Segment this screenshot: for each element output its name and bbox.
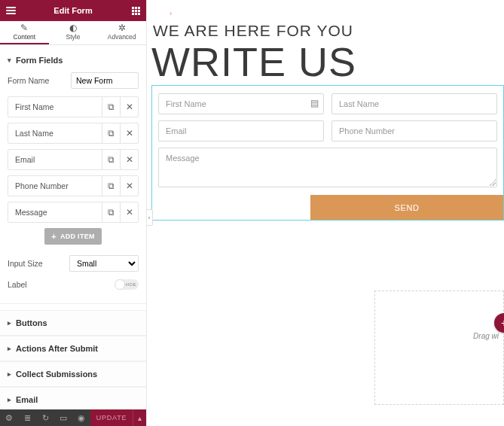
gear-icon: ✲ — [118, 23, 126, 32]
contrast-icon: ◐ — [69, 23, 77, 32]
message-field[interactable]: Message — [158, 148, 497, 187]
close-icon[interactable]: ✕ — [120, 202, 138, 222]
input-size-select[interactable]: Small — [69, 255, 139, 272]
tab-advanced[interactable]: ✲ Advanced — [97, 21, 146, 44]
navigator-icon[interactable]: ≣ — [18, 409, 36, 426]
close-icon[interactable]: ✕ — [120, 97, 138, 117]
input-size-label: Input Size — [8, 259, 43, 268]
field-item[interactable]: Email⧉✕ — [8, 149, 139, 170]
caret-right-icon: ▸ — [8, 345, 11, 352]
field-item[interactable]: Message⧉✕ — [8, 202, 139, 223]
pretitle: WE ARE HERE FOR YOU — [151, 22, 504, 40]
phone-field[interactable]: Phone Number — [331, 120, 497, 141]
field-item-label: Last Name — [8, 129, 102, 138]
label-toggle-label: Label — [8, 280, 27, 289]
field-item[interactable]: Last Name⧉✕ — [8, 123, 139, 144]
section-head-buttons[interactable]: ▸ Buttons — [0, 310, 146, 336]
duplicate-icon[interactable]: ⧉ — [102, 202, 120, 222]
sidebar-title: Edit Form — [53, 6, 92, 15]
pencil-icon: ✎ — [20, 23, 28, 32]
canvas: ‹ › WE ARE HERE FOR YOU WRITE US First N… — [147, 0, 504, 426]
form-name-label: Form Name — [8, 76, 49, 85]
panel-scroll[interactable]: ▾ Form Fields Form Name First Name⧉✕Last… — [0, 45, 146, 409]
close-icon[interactable]: ✕ — [120, 150, 138, 169]
caret-right-icon: ▸ — [8, 319, 11, 327]
settings-icon[interactable]: ⚙ — [0, 409, 18, 426]
duplicate-icon[interactable]: ⧉ — [102, 176, 120, 196]
field-item[interactable]: First Name⧉✕ — [8, 96, 139, 117]
field-item-label: First Name — [8, 102, 102, 111]
drop-zone-text: Drag wi — [473, 332, 499, 340]
duplicate-icon[interactable]: ⧉ — [102, 97, 120, 117]
section-head-email[interactable]: ▸ Email — [0, 387, 146, 409]
caret-right-icon: ▸ — [8, 370, 11, 378]
form-widget[interactable]: First Name ▤ Last Name Email Phone Numbe… — [151, 85, 504, 221]
editor-sidebar: Edit Form ✎ Content ◐ Style ✲ Advanced — [0, 0, 147, 426]
resize-grip-icon[interactable] — [489, 179, 496, 186]
panel-collapse-handle[interactable]: ‹ — [147, 209, 153, 226]
field-item-label: Email — [8, 155, 102, 164]
label-toggle[interactable]: HIDE — [115, 279, 139, 290]
editor-tabs: ✎ Content ◐ Style ✲ Advanced — [0, 21, 146, 45]
preview-icon[interactable]: ◉ — [72, 409, 90, 426]
responsive-icon[interactable]: ▭ — [54, 409, 72, 426]
tab-style[interactable]: ◐ Style — [49, 21, 98, 44]
drop-zone[interactable]: Drag wi — [374, 291, 504, 405]
update-button[interactable]: UPDATE — [90, 409, 133, 426]
menu-icon[interactable] — [2, 0, 20, 21]
update-more-button[interactable]: ▴ — [133, 409, 146, 426]
duplicate-icon[interactable]: ⧉ — [102, 123, 120, 143]
sidebar-header: Edit Form — [0, 0, 146, 21]
autofill-icon[interactable]: ▤ — [310, 98, 319, 108]
send-button[interactable]: SEND — [310, 195, 503, 220]
caret-right-icon: ▸ — [8, 396, 11, 403]
duplicate-icon[interactable]: ⧉ — [102, 150, 120, 169]
page-title: WRITE US — [151, 41, 504, 82]
first-name-field[interactable]: First Name ▤ — [158, 93, 324, 114]
breadcrumb-caret-icon: › — [170, 9, 172, 17]
section-form-fields: ▾ Form Fields Form Name First Name⧉✕Last… — [0, 51, 146, 304]
last-name-field[interactable]: Last Name — [331, 93, 497, 114]
email-field[interactable]: Email — [158, 120, 324, 141]
history-icon[interactable]: ↻ — [36, 409, 54, 426]
tab-content[interactable]: ✎ Content — [0, 21, 49, 44]
form-name-input[interactable] — [71, 72, 139, 89]
close-icon[interactable]: ✕ — [120, 123, 138, 143]
breadcrumb: › — [151, 6, 504, 22]
field-item[interactable]: Phone Number⧉✕ — [8, 175, 139, 196]
section-head-actions[interactable]: ▸ Actions After Submit — [0, 336, 146, 361]
apps-grid-icon[interactable] — [127, 0, 145, 21]
close-icon[interactable]: ✕ — [120, 176, 138, 196]
plus-icon: + — [51, 233, 57, 241]
field-item-label: Phone Number — [8, 181, 102, 190]
section-head-form-fields[interactable]: ▾ Form Fields — [8, 51, 139, 69]
add-item-button[interactable]: + ADD ITEM — [44, 228, 102, 245]
section-head-collect[interactable]: ▸ Collect Submissions — [0, 361, 146, 387]
caret-down-icon: ▾ — [8, 56, 11, 64]
sidebar-footer: ⚙ ≣ ↻ ▭ ◉ UPDATE ▴ — [0, 409, 146, 426]
field-item-label: Message — [8, 208, 102, 217]
